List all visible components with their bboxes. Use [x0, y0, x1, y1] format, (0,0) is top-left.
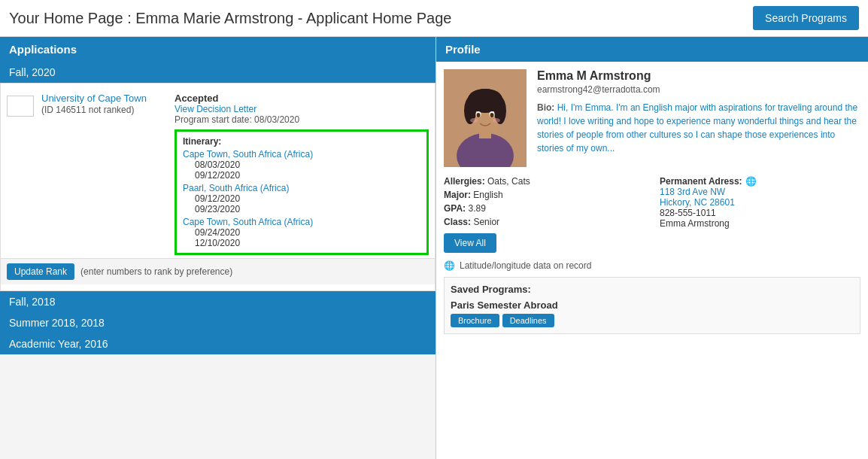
itinerary-date-3b: 12/10/2020 — [195, 238, 420, 248]
term-summer-2018: Summer 2018, 2018 — [0, 312, 436, 333]
itinerary-location-2: Paarl, South Africa (Africa) — [183, 183, 420, 193]
bio-label: Bio: — [537, 102, 554, 113]
deadlines-button[interactable]: Deadlines — [502, 314, 554, 327]
address-title: Permanent Adress: 🌐 — [660, 176, 860, 187]
class-row: Class: Senior — [444, 217, 645, 227]
app-info: University of Cape Town (ID 146511 not r… — [41, 93, 168, 115]
svg-point-12 — [490, 113, 494, 117]
brochure-button[interactable]: Brochure — [451, 314, 499, 327]
address-phone: 828-555-1011 — [660, 208, 860, 218]
app-id: (ID 146511 not ranked) — [41, 105, 134, 115]
globe-icon: 🌐 — [745, 176, 757, 187]
saved-programs-box: Saved Programs: Paris Semester Abroad Br… — [444, 277, 860, 334]
program-start-label: Program start date: 08/03/2020 — [175, 114, 429, 125]
term-fall-2020: Fall, 2020 — [0, 62, 436, 83]
profile-header: Profile — [436, 37, 868, 62]
lat-long-globe-icon: 🌐 — [444, 260, 455, 271]
app-name-link[interactable]: University of Cape Town — [41, 93, 147, 104]
applications-header: Applications — [0, 37, 436, 62]
rank-input[interactable] — [7, 96, 34, 117]
view-all-button[interactable]: View All — [444, 233, 496, 253]
svg-point-14 — [493, 118, 500, 123]
decision-letter-link[interactable]: View Decision Letter — [175, 104, 429, 114]
page-header: Your Home Page : Emma Marie Armstrong - … — [0, 0, 868, 37]
address-line1: 118 3rd Ave NW — [660, 187, 860, 197]
itinerary-title: Itinerary: — [183, 136, 420, 147]
profile-name: Emma M Armstrong — [537, 69, 860, 83]
detail-col-left: Allergies: Oats, Cats Major: English GPA… — [444, 176, 645, 253]
app-details: Accepted View Decision Letter Program st… — [175, 93, 429, 255]
app-row: University of Cape Town (ID 146511 not r… — [1, 90, 435, 258]
profile-bio: Bio: Hi, I'm Emma. I'm an English major … — [537, 101, 860, 155]
saved-program-name: Paris Semester Abroad — [451, 299, 854, 311]
avatar — [444, 69, 527, 167]
update-rank-area: Update Rank (enter numbers to rank by pr… — [1, 258, 435, 284]
allergies-row: Allergies: Oats, Cats — [444, 176, 645, 187]
svg-point-11 — [477, 113, 481, 117]
saved-programs-title: Saved Programs: — [451, 284, 854, 295]
left-panel: Applications Fall, 2020 University of Ca… — [0, 37, 436, 459]
gpa-row: GPA: 3.89 — [444, 203, 645, 214]
application-card: University of Cape Town (ID 146511 not r… — [0, 83, 436, 291]
itinerary-date-2a: 09/12/2020 — [195, 193, 420, 204]
saved-program-buttons: Brochure Deadlines — [451, 314, 854, 327]
status-label: Accepted — [175, 93, 429, 104]
major-row: Major: English — [444, 190, 645, 200]
profile-email: earmstrong42@terradotta.com — [537, 84, 860, 95]
address-line2: Hickory, NC 28601 — [660, 197, 860, 208]
profile-info: Emma M Armstrong earmstrong42@terradotta… — [537, 69, 860, 167]
page-title: Your Home Page : Emma Marie Armstrong - … — [9, 10, 451, 27]
bio-text: Hi, I'm Emma. I'm an English major with … — [537, 102, 857, 154]
itinerary-date-1b: 09/12/2020 — [195, 170, 420, 181]
svg-point-8 — [469, 89, 502, 107]
itinerary-date-1a: 08/03/2020 — [195, 160, 420, 170]
update-rank-button[interactable]: Update Rank — [7, 263, 74, 280]
itinerary-date-3a: 09/24/2020 — [195, 227, 420, 238]
main-layout: Applications Fall, 2020 University of Ca… — [0, 37, 868, 459]
profile-details: Allergies: Oats, Cats Major: English GPA… — [444, 176, 860, 253]
term-fall-2018: Fall, 2018 — [0, 291, 436, 312]
lat-long-row: 🌐 Latitude/longitude data on record — [444, 260, 860, 271]
itinerary-location-1: Cape Town, South Africa (Africa) — [183, 149, 420, 160]
address-col: Permanent Adress: 🌐 118 3rd Ave NW Hicko… — [660, 176, 860, 253]
term-academic-year-2016: Academic Year, 2016 — [0, 333, 436, 354]
search-programs-button[interactable]: Search Programs — [753, 6, 859, 30]
rank-hint: (enter numbers to rank by preference) — [80, 266, 232, 277]
profile-top: Emma M Armstrong earmstrong42@terradotta… — [444, 69, 860, 167]
address-name: Emma Armstrong — [660, 218, 860, 229]
itinerary-location-3: Cape Town, South Africa (Africa) — [183, 217, 420, 227]
itinerary-date-2b: 09/23/2020 — [195, 204, 420, 214]
svg-point-13 — [470, 118, 478, 123]
itinerary-box: Itinerary: Cape Town, South Africa (Afri… — [175, 129, 429, 255]
right-panel: Profile — [436, 37, 868, 459]
